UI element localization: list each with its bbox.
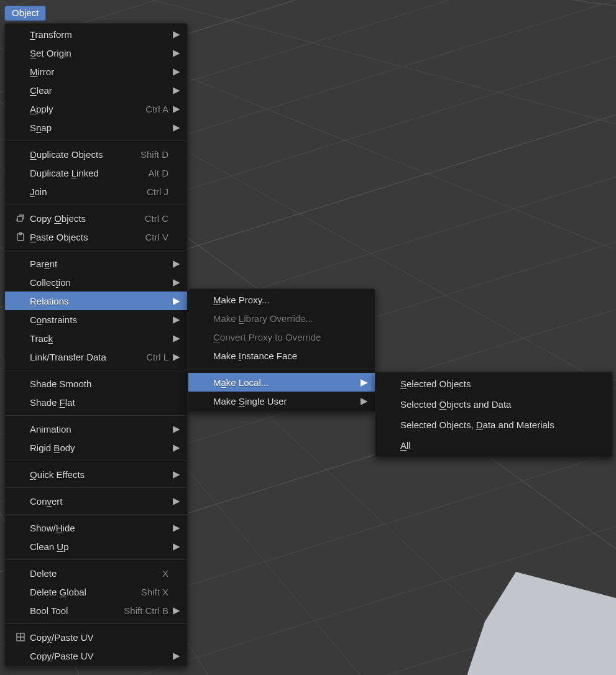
menu-separator xyxy=(5,623,187,624)
submenu-caret-icon: ▶ xyxy=(172,47,181,58)
menu-item-label: Clean Up xyxy=(30,541,69,552)
svg-line-23 xyxy=(0,0,616,19)
menu-item-duplicate-objects[interactable]: Duplicate ObjectsShift D▶ xyxy=(5,145,187,163)
submenu-caret-icon: ▶ xyxy=(172,351,181,362)
menu-item-all[interactable]: All▶ xyxy=(375,435,612,456)
menu-item-label: Quick Effects xyxy=(30,469,85,480)
submenu-caret-icon: ▶ xyxy=(172,29,181,40)
menu-item-make-single-user[interactable]: Make Single User▶ xyxy=(188,392,375,410)
menu-item-copy-objects[interactable]: Copy ObjectsCtrl C▶ xyxy=(5,209,187,227)
menu-separator xyxy=(5,487,187,488)
menu-item-label: Set Origin xyxy=(30,48,71,58)
object-dropdown-menu: Transform▶Set Origin▶Mirror▶Clear▶ApplyC… xyxy=(4,23,188,667)
menu-item-label: All xyxy=(400,440,411,451)
menu-item-label: Transform xyxy=(30,29,72,40)
menu-item-shortcut: Ctrl J xyxy=(147,186,168,197)
menu-item-snap[interactable]: Snap▶ xyxy=(5,118,187,137)
menu-item-label: Make Local... xyxy=(213,377,269,388)
menu-item-rigid-body[interactable]: Rigid Body▶ xyxy=(5,438,187,457)
menu-item-quick-effects[interactable]: Quick Effects▶ xyxy=(5,465,187,484)
menu-item-make-local[interactable]: Make Local...▶ xyxy=(188,373,375,392)
submenu-caret-icon: ▶ xyxy=(172,314,181,325)
relations-submenu: Make Proxy...▶Make Library Override...▶C… xyxy=(188,288,375,412)
menu-item-label: Bool Tool xyxy=(30,605,68,616)
menu-item-shade-flat[interactable]: Shade Flat▶ xyxy=(5,393,187,411)
menu-item-sel-objects-data[interactable]: Selected Objects and Data▶ xyxy=(375,394,612,415)
menu-item-label: Duplicate Linked xyxy=(30,168,99,178)
menu-item-sel-objects-data-mat[interactable]: Selected Objects, Data and Materials▶ xyxy=(375,415,612,435)
menu-item-label: Make Library Override... xyxy=(213,313,313,324)
submenu-caret-icon: ▶ xyxy=(172,277,181,288)
menu-item-label: Convert xyxy=(30,496,63,507)
menu-item-delete[interactable]: DeleteX▶ xyxy=(5,564,187,582)
menu-item-label: Link/Transfer Data xyxy=(30,352,106,362)
menu-item-make-instance-face[interactable]: Make Instance Face▶ xyxy=(188,346,375,365)
submenu-caret-icon: ▶ xyxy=(172,442,181,453)
menu-item-transform[interactable]: Transform▶ xyxy=(5,25,187,44)
menu-item-shade-smooth[interactable]: Shade Smooth▶ xyxy=(5,374,187,393)
menu-separator xyxy=(188,369,375,369)
mesh-plane xyxy=(460,572,616,675)
menu-item-label: Track xyxy=(30,333,53,344)
menu-separator xyxy=(5,250,187,250)
menu-item-label: Copy/Paste UV xyxy=(30,632,94,643)
menu-item-constraints[interactable]: Constraints▶ xyxy=(5,310,187,329)
menu-separator xyxy=(5,559,187,560)
menu-item-label: Parent xyxy=(30,259,57,269)
menu-item-mirror[interactable]: Mirror▶ xyxy=(5,62,187,81)
menu-item-duplicate-linked[interactable]: Duplicate LinkedAlt D▶ xyxy=(5,163,187,182)
menu-item-label: Paste Objects xyxy=(30,232,88,242)
menu-item-label: Relations xyxy=(30,296,69,306)
menu-item-label: Shade Smooth xyxy=(30,379,91,389)
menu-item-parent[interactable]: Parent▶ xyxy=(5,254,187,273)
menu-item-copy-paste-uv-1[interactable]: Copy/Paste UV▶ xyxy=(5,628,187,646)
submenu-caret-icon: ▶ xyxy=(172,66,181,77)
menu-item-label: Join xyxy=(30,186,47,197)
menu-item-shortcut: Ctrl C xyxy=(145,213,168,224)
menu-item-shortcut: X xyxy=(162,568,168,579)
menu-item-track[interactable]: Track▶ xyxy=(5,329,187,347)
menu-item-label: Make Instance Face xyxy=(213,351,297,361)
copy-icon xyxy=(14,213,27,223)
menu-item-link-transfer-data[interactable]: Link/Transfer DataCtrl L▶ xyxy=(5,347,187,366)
menu-item-show-hide[interactable]: Show/Hide▶ xyxy=(5,518,187,537)
submenu-caret-icon: ▶ xyxy=(360,395,369,406)
submenu-caret-icon: ▶ xyxy=(172,541,181,552)
menu-item-join[interactable]: JoinCtrl J▶ xyxy=(5,182,187,201)
menu-item-sel-objects[interactable]: Selected Objects▶ xyxy=(375,374,612,394)
svg-rect-41 xyxy=(17,216,22,221)
menu-item-relations[interactable]: Relations▶ xyxy=(5,292,187,310)
menu-item-label: Rigid Body xyxy=(30,443,75,453)
submenu-caret-icon: ▶ xyxy=(172,122,181,133)
submenu-caret-icon: ▶ xyxy=(172,469,181,480)
menu-item-convert[interactable]: Convert▶ xyxy=(5,492,187,510)
submenu-caret-icon: ▶ xyxy=(172,258,181,269)
menu-item-clear[interactable]: Clear▶ xyxy=(5,81,187,99)
menu-item-shortcut: Shift X xyxy=(141,587,168,597)
menu-item-make-proxy[interactable]: Make Proxy...▶ xyxy=(188,290,375,309)
menu-item-clean-up[interactable]: Clean Up▶ xyxy=(5,537,187,556)
menu-item-set-origin[interactable]: Set Origin▶ xyxy=(5,44,187,62)
menu-item-paste-objects[interactable]: Paste ObjectsCtrl V▶ xyxy=(5,227,187,246)
object-menu-button[interactable]: Object xyxy=(4,6,46,21)
menu-item-copy-paste-uv-2[interactable]: Copy/Paste UV▶ xyxy=(5,646,187,665)
menu-item-animation[interactable]: Animation▶ xyxy=(5,420,187,438)
menu-item-delete-global[interactable]: Delete GlobalShift X▶ xyxy=(5,582,187,601)
submenu-caret-icon: ▶ xyxy=(172,103,181,114)
submenu-caret-icon: ▶ xyxy=(172,650,181,661)
menu-item-label: Shade Flat xyxy=(30,397,75,408)
menu-item-collection[interactable]: Collection▶ xyxy=(5,273,187,292)
submenu-caret-icon: ▶ xyxy=(172,605,181,616)
menu-separator xyxy=(5,461,187,461)
menu-item-label: Animation xyxy=(30,424,71,434)
menu-item-label: Duplicate Objects xyxy=(30,149,103,160)
menu-item-label: Show/Hide xyxy=(30,523,75,533)
menu-item-bool-tool[interactable]: Bool ToolShift Ctrl B▶ xyxy=(5,601,187,620)
menu-item-label: Selected Objects and Data xyxy=(400,399,511,410)
uv-icon xyxy=(14,632,27,642)
menu-item-apply[interactable]: ApplyCtrl A▶ xyxy=(5,99,187,118)
submenu-caret-icon: ▶ xyxy=(172,522,181,533)
menu-item-label: Selected Objects xyxy=(400,379,471,389)
menu-item-shortcut: Shift Ctrl B xyxy=(124,605,168,616)
menu-item-make-lib-override: Make Library Override...▶ xyxy=(188,309,375,328)
